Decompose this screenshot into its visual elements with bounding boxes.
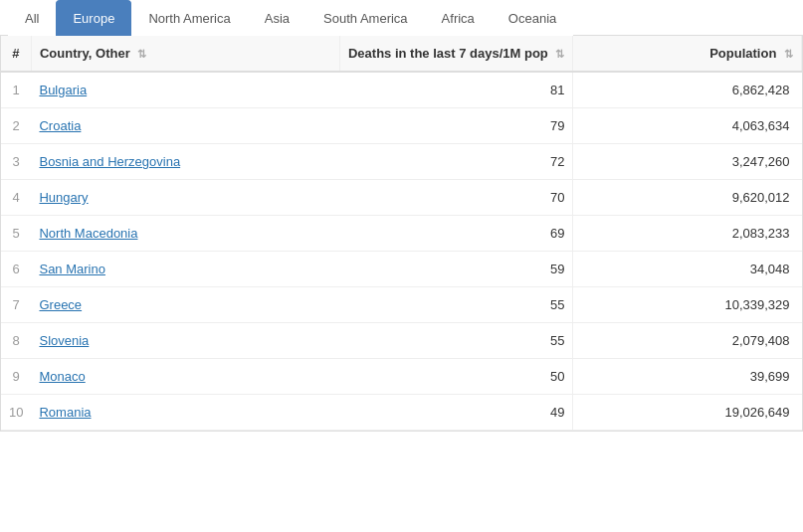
- row-country: Croatia: [31, 108, 339, 144]
- row-deaths: 81: [339, 72, 572, 108]
- row-population: 39,699: [573, 359, 802, 395]
- country-link[interactable]: San Marino: [39, 262, 104, 276]
- country-link[interactable]: Bosnia and Herzegovina: [39, 154, 180, 169]
- row-country: Bulgaria: [31, 72, 339, 108]
- row-country: Hungary: [31, 180, 339, 216]
- tab-north-america[interactable]: North America: [131, 0, 247, 36]
- col-header-rank: #: [1, 36, 31, 72]
- country-link[interactable]: Bulgaria: [39, 83, 87, 97]
- row-population: 2,083,233: [573, 216, 802, 252]
- row-rank: 5: [1, 216, 31, 252]
- row-deaths: 49: [339, 395, 572, 431]
- sort-deaths-icon: ⇅: [555, 48, 564, 61]
- table-row: 4 Hungary 70 9,620,012: [1, 180, 802, 216]
- row-population: 10,339,329: [573, 287, 802, 323]
- row-rank: 1: [1, 72, 31, 108]
- row-deaths: 70: [339, 180, 572, 216]
- tab-oceania[interactable]: Oceania: [492, 0, 573, 36]
- row-rank: 3: [1, 144, 31, 180]
- table-row: 3 Bosnia and Herzegovina 72 3,247,260: [1, 144, 802, 180]
- row-deaths: 79: [339, 108, 572, 144]
- tab-europe[interactable]: Europe: [56, 0, 131, 36]
- row-country: North Macedonia: [31, 216, 339, 252]
- row-population: 2,079,408: [573, 323, 802, 359]
- sort-country-icon: ⇅: [137, 48, 146, 61]
- data-table: # Country, Other ⇅ Deaths in the last 7 …: [1, 36, 802, 431]
- tab-asia[interactable]: Asia: [248, 0, 306, 36]
- tabs-container: AllEuropeNorth AmericaAsiaSouth AmericaA…: [0, 0, 803, 36]
- row-country: Romania: [31, 395, 339, 431]
- country-link[interactable]: Greece: [39, 297, 82, 312]
- row-rank: 10: [1, 395, 31, 431]
- row-population: 34,048: [573, 252, 802, 287]
- row-deaths: 55: [339, 323, 572, 359]
- row-population: 3,247,260: [573, 144, 802, 180]
- col-header-deaths[interactable]: Deaths in the last 7 days/1M pop ⇅: [339, 36, 572, 72]
- row-deaths: 72: [339, 144, 572, 180]
- country-link[interactable]: Slovenia: [39, 333, 89, 348]
- table-row: 2 Croatia 79 4,063,634: [1, 108, 802, 144]
- row-population: 9,620,012: [573, 180, 802, 216]
- table-row: 6 San Marino 59 34,048: [1, 252, 802, 287]
- row-population: 19,026,649: [573, 395, 802, 431]
- tab-africa[interactable]: Africa: [425, 0, 492, 36]
- sort-population-icon: ⇅: [784, 48, 793, 61]
- row-deaths: 50: [339, 359, 572, 395]
- table-row: 1 Bulgaria 81 6,862,428: [1, 72, 802, 108]
- row-rank: 4: [1, 180, 31, 216]
- row-rank: 8: [1, 323, 31, 359]
- table-wrapper: # Country, Other ⇅ Deaths in the last 7 …: [0, 36, 803, 432]
- table-row: 5 North Macedonia 69 2,083,233: [1, 216, 802, 252]
- country-link[interactable]: North Macedonia: [39, 226, 137, 241]
- row-country: Monaco: [31, 359, 339, 395]
- row-country: Greece: [31, 287, 339, 323]
- row-population: 4,063,634: [573, 108, 802, 144]
- row-rank: 2: [1, 108, 31, 144]
- country-link[interactable]: Croatia: [39, 118, 81, 133]
- row-country: Slovenia: [31, 323, 339, 359]
- row-country: San Marino: [31, 252, 339, 287]
- col-header-population[interactable]: Population ⇅: [573, 36, 802, 72]
- row-rank: 7: [1, 287, 31, 323]
- tab-all[interactable]: All: [8, 0, 56, 36]
- col-header-country[interactable]: Country, Other ⇅: [31, 36, 339, 72]
- row-country: Bosnia and Herzegovina: [31, 144, 339, 180]
- row-population: 6,862,428: [573, 72, 802, 108]
- country-link[interactable]: Monaco: [39, 369, 85, 384]
- row-rank: 9: [1, 359, 31, 395]
- row-rank: 6: [1, 252, 31, 287]
- table-row: 9 Monaco 50 39,699: [1, 359, 802, 395]
- row-deaths: 69: [339, 216, 572, 252]
- tab-south-america[interactable]: South America: [306, 0, 425, 36]
- row-deaths: 55: [339, 287, 572, 323]
- table-row: 10 Romania 49 19,026,649: [1, 395, 802, 431]
- table-row: 7 Greece 55 10,339,329: [1, 287, 802, 323]
- table-row: 8 Slovenia 55 2,079,408: [1, 323, 802, 359]
- country-link[interactable]: Hungary: [39, 190, 88, 205]
- row-deaths: 59: [339, 252, 572, 287]
- country-link[interactable]: Romania: [39, 405, 91, 420]
